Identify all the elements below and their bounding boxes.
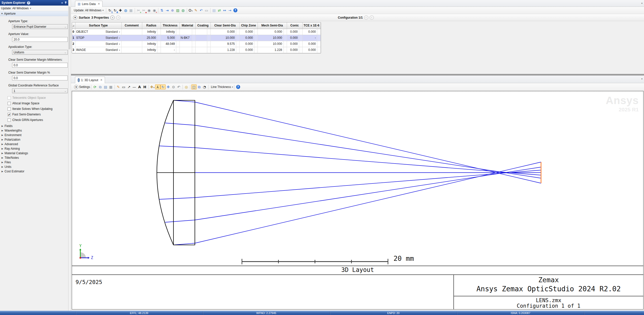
arrow-icon[interactable]: ↗ [126,84,132,89]
clear-semi-diameter-margin-mm-field[interactable]: 0.0 [12,63,68,68]
solve-cell[interactable] [192,47,195,53]
surface-number-cell[interactable]: 3 [72,47,75,53]
table-cell[interactable]: 0.000 [287,29,299,35]
overlay-window-icon[interactable]: ⧉ [197,84,202,89]
table-cell[interactable]: 0.000 [239,41,254,47]
pan-icon[interactable]: ✥ [166,84,171,89]
insert-surface-icon[interactable]: ✂+ [136,8,141,13]
clock-icon[interactable]: ◔ [202,84,207,89]
solve-cell[interactable] [207,35,210,41]
line-icon[interactable]: — [132,84,137,89]
layout-canvas[interactable]: YZ Ansys 2025 R1 20 mm 3D Layout 9/5/202… [72,91,643,309]
sidebar-item-polarization[interactable]: ▶Polarization [0,137,68,142]
sync-icon[interactable]: ⇄ [217,8,222,13]
aperture-type-select[interactable]: Entrance Pupil Diameter⌄ [12,24,68,29]
table-cell[interactable]: 0.000 [239,47,254,53]
table-row-surface-3[interactable]: 3IMAGEStandard▼Infinity-1.2280.0001.2280… [72,47,320,53]
solve-cell[interactable] [254,41,258,47]
table-cell[interactable]: 0.000 [302,47,317,53]
table-cell[interactable]: 0.000 [302,29,317,35]
line-thickness-dropdown[interactable]: Line Thickness ▾ [211,85,233,89]
sidebar-update-dropdown[interactable]: Update: All Windows ▾ [0,6,68,11]
rectangle-icon[interactable]: ▭ [121,84,126,89]
paint-surface-icon[interactable]: ✎ [193,8,199,13]
solve-cell[interactable] [157,35,161,41]
afocal-image-space-checkbox[interactable]: Afocal Image Space [8,101,68,105]
table-cell[interactable]: 1.228 [210,47,236,53]
help-icon[interactable]: ? [233,8,237,12]
solve-cell[interactable] [176,29,180,35]
toggle-icon[interactable]: ▭ [204,8,209,13]
text-icon[interactable]: A [137,84,142,89]
notes-icon[interactable]: ▤ [211,8,217,13]
fit-width-icon[interactable]: H [142,84,148,89]
solve-cell[interactable] [254,29,258,35]
tab-3d-layout[interactable]: 1: 3D Layout ✕ [75,77,105,83]
reset-view-icon[interactable]: ↶ [176,84,182,89]
table-cell[interactable]: Infinity [142,41,157,47]
table-cell[interactable]: N-BK7 [180,35,192,41]
table-cell[interactable]: 0.000 [287,41,299,47]
split-view-icon[interactable]: ◫ [191,84,197,89]
table-cell[interactable]: 10.000 [210,35,236,41]
refresh-icon[interactable]: ⟳ [92,84,98,89]
prev-property-icon[interactable]: ‹ [110,15,115,20]
table-cell[interactable] [195,47,207,53]
solve-cell[interactable] [283,29,287,35]
sidebar-item-fields[interactable]: ▶Fields [0,124,68,128]
sidebar-item-units[interactable]: ▶Units [0,165,68,169]
table-cell[interactable] [180,29,192,35]
close-icon[interactable]: ✕ [100,78,102,82]
table-cell[interactable]: 0.000 [239,35,254,41]
table-cell[interactable]: 0.000 [287,35,299,41]
sidebar-item-cost-estimator[interactable]: ▶Cost Estimator [0,169,68,174]
goal-icon[interactable]: ◉ [147,8,152,13]
update-dropdown[interactable]: Update: All Windows ▾ [73,8,105,13]
solve-cell[interactable] [157,41,161,47]
solve-cell[interactable] [157,47,161,53]
fast-semi-diameters-checkbox[interactable]: ✔Fast Semi-Diameters [8,112,68,116]
apodization-type-select[interactable]: Uniform⌄ [12,50,68,55]
solve-cell[interactable] [254,35,258,41]
update-all-icon[interactable]: ↻A [113,8,118,13]
solve-cell[interactable] [317,35,320,41]
nav-back-icon[interactable]: ↔ [222,8,227,13]
solve-cell[interactable] [176,35,180,41]
sidebar-scrollbar[interactable] [68,0,71,311]
table-cell[interactable]: Infinity [161,29,176,35]
table-cell[interactable] [121,29,142,35]
solve-cell[interactable] [207,41,210,47]
solve-cell[interactable] [236,47,239,53]
bulb-icon[interactable]: ◎ [184,84,189,89]
prev-config-icon[interactable]: ‹ [364,15,368,20]
table-cell[interactable]: 0.000 [287,47,299,53]
surface-type-dropdown[interactable]: Standard▼ [105,30,121,34]
table-cell[interactable]: - [161,47,176,53]
table-cell[interactable]: 1.228 [258,47,283,53]
check-grin-apertures-checkbox[interactable]: Check GRIN Apertures [8,118,68,122]
pencil-icon[interactable]: ✎ [116,84,121,89]
earth-icon[interactable]: ◍ [181,8,186,13]
sidebar-item-ray-aiming[interactable]: ▶Ray Aiming [0,146,68,151]
solve-cell[interactable] [317,41,320,47]
solve-cell[interactable] [254,47,258,53]
table-row-surface-1[interactable]: 1STOPStandard▼25.0005.000N-BK710.0000.00… [72,35,320,41]
orientation-icon[interactable]: ✥▾ [150,84,155,89]
table-cell[interactable]: - [302,35,317,41]
table-cell[interactable] [180,47,192,53]
solve-cell[interactable] [192,29,195,35]
save-icon[interactable]: ▤ [103,84,108,89]
sidebar-item-wavelengths[interactable]: ▶Wavelengths [0,128,68,133]
table-cell[interactable] [195,41,207,47]
solve-cell[interactable] [192,41,195,47]
help-icon[interactable]: ? [27,1,30,5]
table-cell[interactable]: Infinity [142,29,157,35]
tab-lens-data[interactable]: ▦ Lens Data ✕ [75,1,102,7]
table-cell[interactable]: 0.000 [210,29,236,35]
solve-cell[interactable] [207,47,210,53]
delete-surface-icon[interactable]: ✂▪ [141,8,147,13]
solve-cell[interactable] [299,35,302,41]
solve-cell[interactable] [317,47,320,53]
pin-icon[interactable] [65,1,67,4]
surface-number-cell[interactable]: 0 [72,29,75,35]
